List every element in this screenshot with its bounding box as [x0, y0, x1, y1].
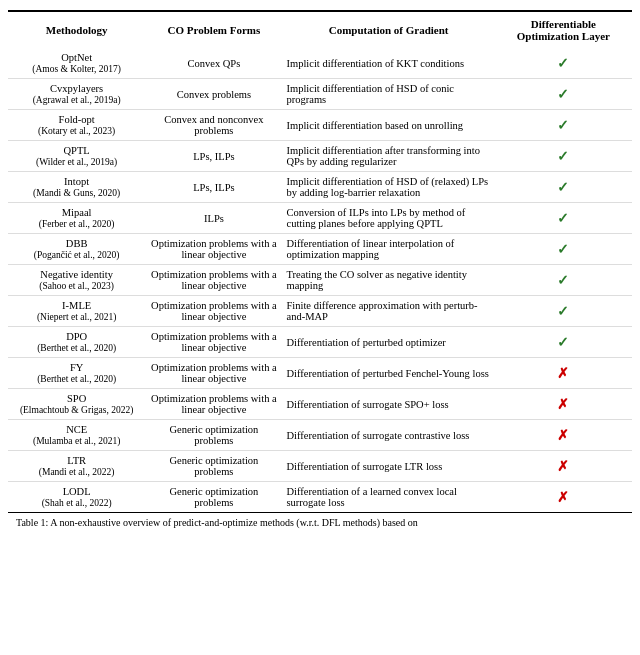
- co-form-cell: LPs, ILPs: [145, 172, 282, 203]
- gradient-cell: Implicit differentiation of HSD of (rela…: [283, 172, 495, 203]
- method-cell: NCE(Mulamba et al., 2021): [8, 420, 145, 451]
- check-icon: ✓: [557, 211, 569, 226]
- diff-layer-cell: ✗: [495, 358, 632, 389]
- method-cell: I-MLE(Niepert et al., 2021): [8, 296, 145, 327]
- diff-layer-cell: ✓: [495, 234, 632, 265]
- table-row: DBB(Pogančić et al., 2020)Optimization p…: [8, 234, 632, 265]
- gradient-cell: Differentiation of surrogate SPO+ loss: [283, 389, 495, 420]
- table-caption: Table 1: A non-exhaustive overview of pr…: [8, 513, 632, 532]
- co-form-cell: Generic optimization problems: [145, 451, 282, 482]
- cross-icon: ✗: [557, 366, 569, 381]
- method-name: OptNet: [61, 52, 92, 63]
- method-cell: Cvxpylayers(Agrawal et al., 2019a): [8, 79, 145, 110]
- diff-layer-cell: ✓: [495, 327, 632, 358]
- method-cell: OptNet(Amos & Kolter, 2017): [8, 48, 145, 79]
- method-cell: SPO(Elmachtoub & Grigas, 2022): [8, 389, 145, 420]
- method-citation: (Mulamba et al., 2021): [33, 436, 120, 446]
- cross-icon: ✗: [557, 428, 569, 443]
- check-icon: ✓: [557, 304, 569, 319]
- method-citation: (Pogančić et al., 2020): [34, 250, 120, 260]
- gradient-cell: Differentiation of perturbed Fenchel-You…: [283, 358, 495, 389]
- method-cell: Mipaal(Ferber et al., 2020): [8, 203, 145, 234]
- method-name: Mipaal: [62, 207, 92, 218]
- co-form-cell: Optimization problems with a linear obje…: [145, 234, 282, 265]
- gradient-cell: Implicit differentiation of HSD of conic…: [283, 79, 495, 110]
- method-citation: (Berthet et al., 2020): [37, 343, 116, 353]
- diff-layer-cell: ✓: [495, 265, 632, 296]
- co-form-cell: Convex problems: [145, 79, 282, 110]
- check-icon: ✓: [557, 335, 569, 350]
- table-row: SPO(Elmachtoub & Grigas, 2022)Optimizati…: [8, 389, 632, 420]
- co-form-cell: Convex QPs: [145, 48, 282, 79]
- table-row: QPTL(Wilder et al., 2019a)LPs, ILPsImpli…: [8, 141, 632, 172]
- gradient-cell: Implicit differentiation after transform…: [283, 141, 495, 172]
- method-name: Intopt: [64, 176, 89, 187]
- table-container: Methodology CO Problem Forms Computation…: [0, 0, 640, 540]
- table-row: LODL(Shah et al., 2022)Generic optimizat…: [8, 482, 632, 513]
- method-name: I-MLE: [62, 300, 91, 311]
- table-row: Intopt(Mandi & Guns, 2020)LPs, ILPsImpli…: [8, 172, 632, 203]
- method-citation: (Agrawal et al., 2019a): [33, 95, 121, 105]
- cross-icon: ✗: [557, 490, 569, 505]
- co-form-cell: Optimization problems with a linear obje…: [145, 358, 282, 389]
- check-icon: ✓: [557, 149, 569, 164]
- diff-layer-cell: ✓: [495, 296, 632, 327]
- method-citation: (Niepert et al., 2021): [37, 312, 116, 322]
- gradient-cell: Treating the CO solver as negative ident…: [283, 265, 495, 296]
- method-citation: (Mandi et al., 2022): [39, 467, 115, 477]
- method-cell: DBB(Pogančić et al., 2020): [8, 234, 145, 265]
- method-citation: (Kotary et al., 2023): [38, 126, 115, 136]
- main-table: Methodology CO Problem Forms Computation…: [8, 10, 632, 513]
- method-citation: (Shah et al., 2022): [42, 498, 112, 508]
- co-form-cell: Optimization problems with a linear obje…: [145, 296, 282, 327]
- table-row: Cvxpylayers(Agrawal et al., 2019a)Convex…: [8, 79, 632, 110]
- method-name: LODL: [63, 486, 91, 497]
- header-methodology: Methodology: [8, 11, 145, 48]
- method-cell: LODL(Shah et al., 2022): [8, 482, 145, 513]
- table-row: OptNet(Amos & Kolter, 2017)Convex QPsImp…: [8, 48, 632, 79]
- method-cell: LTR(Mandi et al., 2022): [8, 451, 145, 482]
- method-cell: QPTL(Wilder et al., 2019a): [8, 141, 145, 172]
- check-icon: ✓: [557, 242, 569, 257]
- method-citation: (Mandi & Guns, 2020): [33, 188, 120, 198]
- co-form-cell: Optimization problems with a linear obje…: [145, 327, 282, 358]
- method-citation: (Berthet et al., 2020): [37, 374, 116, 384]
- method-cell: DPO(Berthet et al., 2020): [8, 327, 145, 358]
- table-row: Negative identity(Sahoo et al., 2023)Opt…: [8, 265, 632, 296]
- method-citation: (Ferber et al., 2020): [39, 219, 115, 229]
- method-cell: Intopt(Mandi & Guns, 2020): [8, 172, 145, 203]
- check-icon: ✓: [557, 87, 569, 102]
- gradient-cell: Differentiation of perturbed optimizer: [283, 327, 495, 358]
- gradient-cell: Differentiation of linear interpolation …: [283, 234, 495, 265]
- method-name: QPTL: [64, 145, 90, 156]
- table-row: NCE(Mulamba et al., 2021)Generic optimiz…: [8, 420, 632, 451]
- diff-layer-cell: ✓: [495, 141, 632, 172]
- method-cell: Fold-opt(Kotary et al., 2023): [8, 110, 145, 141]
- method-citation: (Amos & Kolter, 2017): [32, 64, 121, 74]
- header-co-problem: CO Problem Forms: [145, 11, 282, 48]
- method-citation: (Elmachtoub & Grigas, 2022): [20, 405, 133, 415]
- gradient-cell: Finite difference approximation with per…: [283, 296, 495, 327]
- method-name: DPO: [66, 331, 87, 342]
- header-computation: Computation of Gradient: [283, 11, 495, 48]
- co-form-cell: Optimization problems with a linear obje…: [145, 389, 282, 420]
- method-cell: Negative identity(Sahoo et al., 2023): [8, 265, 145, 296]
- gradient-cell: Differentiation of surrogate LTR loss: [283, 451, 495, 482]
- method-name: LTR: [67, 455, 86, 466]
- table-row: DPO(Berthet et al., 2020)Optimization pr…: [8, 327, 632, 358]
- co-form-cell: ILPs: [145, 203, 282, 234]
- co-form-cell: Generic optimization problems: [145, 482, 282, 513]
- diff-layer-cell: ✗: [495, 482, 632, 513]
- diff-layer-cell: ✓: [495, 48, 632, 79]
- method-cell: FY(Berthet et al., 2020): [8, 358, 145, 389]
- diff-layer-cell: ✗: [495, 420, 632, 451]
- method-name: SPO: [67, 393, 86, 404]
- gradient-cell: Implicit differentiation based on unroll…: [283, 110, 495, 141]
- gradient-cell: Differentiation of a learned convex loca…: [283, 482, 495, 513]
- diff-layer-cell: ✓: [495, 203, 632, 234]
- gradient-cell: Differentiation of surrogate contrastive…: [283, 420, 495, 451]
- table-row: FY(Berthet et al., 2020)Optimization pro…: [8, 358, 632, 389]
- table-row: LTR(Mandi et al., 2022)Generic optimizat…: [8, 451, 632, 482]
- co-form-cell: Convex and nonconvex problems: [145, 110, 282, 141]
- gradient-cell: Conversion of ILPs into LPs by method of…: [283, 203, 495, 234]
